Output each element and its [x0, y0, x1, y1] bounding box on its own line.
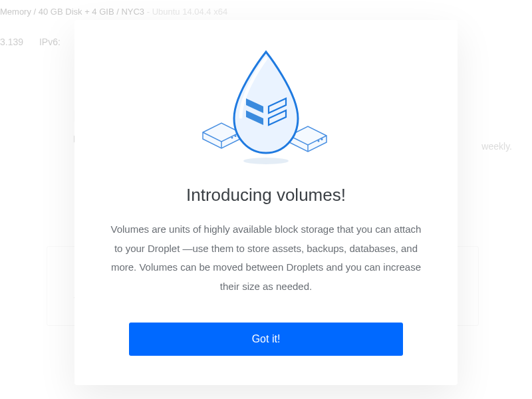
modal-description: Volumes are units of highly available bl…	[109, 220, 423, 296]
volumes-illustration	[180, 47, 352, 166]
svg-point-1	[231, 137, 233, 139]
got-it-button[interactable]: Got it!	[129, 323, 403, 356]
modal-title: Introducing volumes!	[109, 185, 423, 205]
svg-point-2	[235, 135, 237, 137]
intro-modal: Introducing volumes! Volumes are units o…	[74, 20, 458, 385]
svg-point-3	[318, 140, 320, 142]
svg-point-4	[321, 138, 323, 140]
svg-point-0	[243, 158, 289, 164]
